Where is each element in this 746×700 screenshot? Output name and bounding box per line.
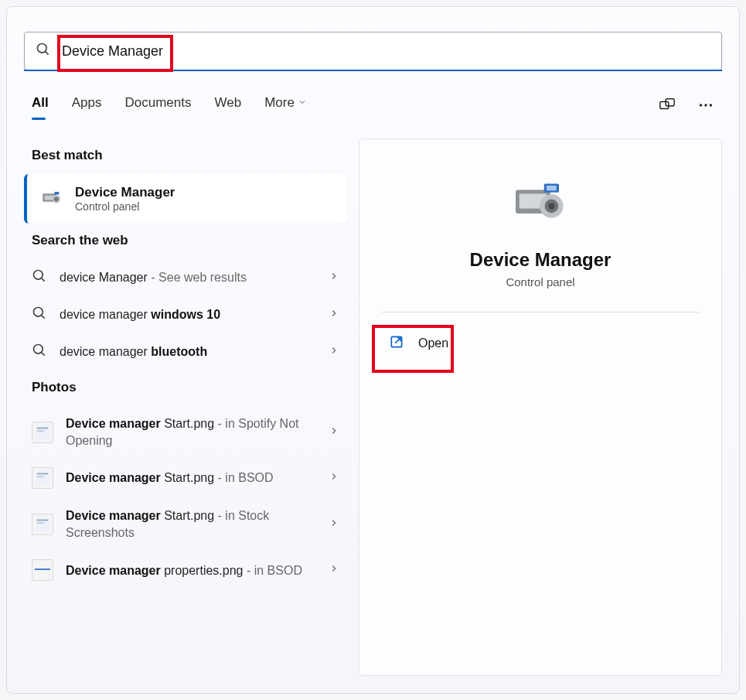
- section-heading-best: Best match: [32, 148, 339, 163]
- search-icon: [32, 268, 47, 287]
- image-file-icon: [32, 514, 53, 535]
- photo-bold: Device manager: [66, 471, 161, 484]
- tab-documents[interactable]: Documents: [124, 95, 191, 115]
- preview-title: Device Manager: [470, 249, 611, 271]
- more-options-icon[interactable]: [697, 97, 714, 114]
- svg-rect-21: [36, 471, 49, 485]
- svg-point-0: [38, 44, 47, 53]
- web-result-prefix: device manager: [60, 308, 151, 321]
- photo-tail: - in BSOD: [243, 564, 301, 577]
- web-result-2[interactable]: device manager bluetooth: [24, 333, 347, 370]
- svg-rect-26: [37, 522, 44, 524]
- svg-line-17: [42, 353, 45, 356]
- svg-rect-24: [36, 517, 49, 531]
- chevron-right-icon: [329, 563, 339, 577]
- svg-line-1: [46, 52, 49, 55]
- image-file-icon: [32, 422, 53, 443]
- svg-line-15: [42, 316, 45, 319]
- photo-rest: Start.png: [161, 509, 214, 522]
- search-icon: [36, 42, 51, 60]
- svg-rect-19: [37, 427, 49, 429]
- chevron-right-icon: [329, 271, 339, 285]
- svg-rect-11: [55, 192, 60, 195]
- web-result-suffix: - See web results: [148, 271, 247, 284]
- tab-more-label: More: [264, 95, 295, 111]
- web-result-1[interactable]: device manager windows 10: [24, 296, 347, 333]
- web-result-text: device Manager: [60, 271, 148, 284]
- tab-all[interactable]: All: [32, 95, 49, 115]
- search-input[interactable]: [62, 43, 710, 60]
- image-file-icon: [32, 467, 53, 489]
- search-icon: [32, 306, 47, 324]
- search-bar[interactable]: [24, 32, 722, 70]
- filter-tabs: All Apps Documents Web More: [32, 95, 714, 115]
- svg-point-6: [710, 104, 712, 106]
- svg-rect-33: [547, 186, 557, 190]
- photo-result-0[interactable]: Device manager Start.png - in Spotify No…: [24, 406, 347, 458]
- open-label: Open: [418, 336, 448, 350]
- photo-rest: properties.png: [161, 564, 244, 577]
- chevron-right-icon: [329, 425, 339, 439]
- chat-icon[interactable]: [659, 97, 676, 114]
- svg-point-12: [34, 271, 43, 280]
- tab-more[interactable]: More: [264, 95, 307, 115]
- preview-subtitle: Control panel: [506, 275, 574, 289]
- svg-point-31: [548, 203, 554, 209]
- photo-bold: Device manager: [66, 564, 161, 577]
- svg-point-5: [704, 104, 707, 106]
- svg-rect-2: [660, 101, 669, 108]
- photo-bold: Device manager: [66, 417, 161, 430]
- web-result-0[interactable]: device Manager - See web results: [24, 259, 347, 296]
- web-result-bold: bluetooth: [151, 345, 207, 358]
- svg-rect-3: [666, 99, 674, 106]
- svg-rect-25: [37, 519, 49, 521]
- chevron-down-icon: [298, 95, 307, 111]
- open-button[interactable]: Open: [381, 330, 456, 357]
- search-window: All Apps Documents Web More Best match: [6, 6, 740, 694]
- svg-line-13: [42, 278, 45, 282]
- web-result-bold: windows 10: [151, 308, 220, 321]
- svg-point-16: [34, 345, 43, 354]
- device-manager-icon: [41, 186, 63, 211]
- open-external-icon: [389, 334, 404, 353]
- svg-point-10: [54, 196, 59, 201]
- svg-rect-22: [37, 473, 49, 475]
- preview-pane: Device Manager Control panel Open: [359, 138, 722, 676]
- divider: [381, 312, 700, 312]
- device-manager-large-icon: [509, 175, 571, 230]
- photo-rest: Start.png: [161, 471, 214, 484]
- svg-rect-23: [37, 476, 44, 477]
- photo-result-3[interactable]: Device manager properties.png - in BSOD: [24, 550, 347, 590]
- tab-web[interactable]: Web: [214, 95, 241, 115]
- chevron-right-icon: [329, 517, 339, 531]
- best-match-title: Device Manager: [75, 185, 175, 200]
- photo-rest: Start.png: [161, 417, 214, 430]
- photo-tail: - in BSOD: [214, 471, 273, 484]
- search-focus-underline: [24, 70, 722, 71]
- section-heading-web: Search the web: [32, 233, 339, 248]
- best-match-card[interactable]: Device Manager Control panel: [24, 174, 347, 224]
- svg-point-14: [34, 308, 43, 317]
- image-file-icon: [32, 559, 53, 581]
- section-heading-photos: Photos: [32, 380, 339, 395]
- results-list: Best match Device Manager Control panel …: [24, 138, 347, 590]
- chevron-right-icon: [329, 345, 339, 359]
- svg-point-4: [700, 104, 702, 106]
- web-result-prefix: device manager: [60, 345, 151, 358]
- best-match-subtitle: Control panel: [75, 200, 175, 213]
- photo-bold: Device manager: [66, 509, 161, 522]
- photo-result-1[interactable]: Device manager Start.png - in BSOD: [24, 458, 347, 498]
- svg-rect-20: [37, 430, 44, 432]
- photo-result-2[interactable]: Device manager Start.png - in Stock Scre…: [24, 498, 347, 550]
- chevron-right-icon: [329, 471, 339, 485]
- chevron-right-icon: [329, 308, 339, 322]
- svg-rect-18: [36, 425, 49, 439]
- tab-apps[interactable]: Apps: [72, 95, 102, 115]
- search-icon: [32, 343, 47, 361]
